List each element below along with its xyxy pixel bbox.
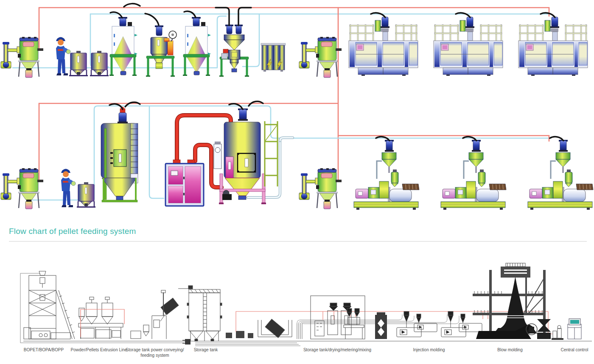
drying-hopper-with-heater [146, 25, 177, 77]
label-blow-molding: Blow molding [480, 347, 540, 353]
pipe-bundle [297, 323, 302, 339]
conveying-blowers [226, 331, 253, 338]
storage-hopper-1 [69, 51, 88, 76]
dust-collector-unit-2 [299, 37, 342, 78]
dust-collector-unit-1 [1, 37, 43, 78]
label-storage-tank: Storage tank [180, 347, 231, 353]
bucket-elevator [375, 312, 387, 339]
storage-hopper-3 [77, 182, 95, 208]
blow-film-tower [473, 263, 551, 339]
dust-collector-unit-3 [1, 168, 43, 209]
label-drying-metering: Storage tank/drying/metering/mixing [293, 347, 382, 353]
gravimetric-dosing-station [219, 25, 249, 77]
vacuum-loader-silo-1 [109, 17, 137, 76]
injection-molding-machine-3 [528, 140, 593, 210]
storage-hopper-2 [90, 51, 109, 76]
drying-hopper-large [214, 108, 277, 204]
divider-rule [9, 241, 587, 242]
power-plug-icon [185, 339, 191, 345]
vacuum-loader-silo-2 [183, 17, 211, 76]
storage-tank [178, 286, 222, 341]
crystallizing-drying-silo [101, 107, 138, 202]
tote-dump-station [131, 290, 179, 339]
dust-collector-unit-4 [299, 168, 342, 209]
label-central-control: Central control [549, 347, 594, 353]
extrusion-line [78, 297, 123, 339]
injection-molding-machine-2 [441, 140, 506, 210]
bopet-film-line [24, 271, 75, 339]
blow-molding-machine-2 [434, 17, 503, 76]
label-power-conveying: Storage tank power conveying/ feeding sy… [123, 347, 187, 358]
pellet-feeding-system-page: Flow chart of pellet feeding system [0, 0, 594, 364]
blow-molding-machine-1 [349, 17, 418, 76]
injection-molding-machine-1 [354, 140, 419, 210]
dehumidifying-dryer [165, 160, 204, 206]
box-tilter [258, 319, 292, 338]
section-title: Flow chart of pellet feeding system [9, 227, 136, 236]
label-injection-molding: Injection molding [399, 347, 459, 353]
injection-molding-lineart-1 [397, 311, 437, 337]
blow-molding-machine-3 [518, 17, 588, 76]
control-monitor-screen [570, 320, 579, 324]
system-illustration [0, 0, 594, 225]
electric-control-panel [261, 43, 286, 72]
central-control-station [552, 319, 581, 340]
operator-1 [56, 37, 70, 76]
operator-2 [61, 169, 76, 208]
